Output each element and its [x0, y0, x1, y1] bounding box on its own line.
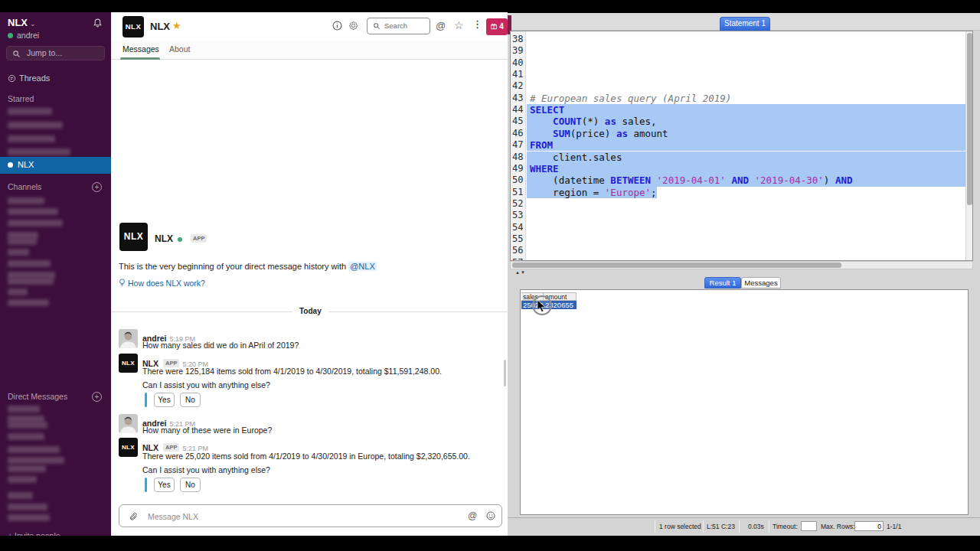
message-text: There were 25,020 items sold from 4/1/20…: [142, 452, 470, 461]
no-button[interactable]: No: [180, 478, 201, 492]
line-number: 51: [511, 187, 524, 197]
jump-to-input[interactable]: Jump to...: [6, 46, 105, 60]
how-does-nlx-work-link[interactable]: How does NLX work?: [119, 279, 205, 288]
scrollbar-thumb[interactable]: [512, 262, 841, 268]
redacted-sidebar-item[interactable]: [8, 299, 49, 306]
code-line: [527, 69, 965, 80]
sql-code-editor[interactable]: 3839404142434445464748495051525354555657…: [510, 31, 973, 261]
user-avatar: [119, 414, 138, 433]
redacted-sidebar-item[interactable]: [8, 492, 33, 499]
history-intro-text: This is the very beginning of your direc…: [119, 262, 377, 271]
redacted-sidebar-item[interactable]: [8, 289, 28, 295]
status-bar: 1 row selected L:51 C:23 0.03s Timeout: …: [508, 517, 980, 534]
line-number: 54: [511, 222, 524, 233]
exec-time-status: 0.03s: [748, 523, 764, 530]
redacted-sidebar-item[interactable]: [8, 208, 58, 215]
threads-icon: [8, 74, 16, 83]
line-number: 45: [511, 116, 524, 126]
row-range-status: 1-1/1: [887, 523, 901, 530]
code-line: # European sales query (April 2019): [527, 93, 965, 104]
message-text: How many of these were in Europe?: [142, 425, 272, 435]
sidebar-item-nlx[interactable]: NLX: [0, 157, 111, 174]
redacted-sidebar-item[interactable]: [8, 220, 63, 227]
redacted-sidebar-item[interactable]: [8, 446, 60, 453]
redacted-sidebar-item[interactable]: [8, 504, 47, 510]
app-badge: APP: [191, 234, 207, 243]
line-number: 44: [511, 104, 524, 115]
nlx-mention[interactable]: @NLX: [348, 262, 377, 271]
sidebar-item-threads[interactable]: Threads: [0, 73, 111, 84]
tab-result-1[interactable]: Result 1: [704, 277, 741, 289]
scrollbar-thumb[interactable]: [967, 33, 972, 205]
redacted-sidebar-item[interactable]: [8, 260, 51, 267]
emoji-icon[interactable]: [486, 511, 495, 520]
user-presence[interactable]: andrei: [8, 31, 39, 40]
redacted-sidebar-item[interactable]: [8, 122, 63, 129]
mention-insert-icon[interactable]: @: [468, 510, 477, 521]
line-number: 53: [511, 210, 524, 220]
result-grid[interactable]: salesamount250202320655: [520, 289, 969, 515]
add-dm-button[interactable]: +: [92, 392, 102, 402]
code-line: FROM: [527, 139, 965, 151]
redacted-sidebar-item[interactable]: [8, 135, 55, 142]
redacted-sidebar-item[interactable]: [8, 433, 44, 440]
nlx-avatar-large: NLX: [119, 223, 148, 251]
add-channel-button[interactable]: +: [92, 182, 102, 192]
message-history: NLX NLXAPP This is the very beginning of…: [111, 12, 508, 536]
app-badge: APP: [163, 443, 179, 452]
redacted-sidebar-item[interactable]: [8, 514, 50, 521]
timeout-input[interactable]: [801, 521, 817, 531]
yes-button[interactable]: Yes: [154, 393, 175, 407]
redacted-sidebar-item[interactable]: [8, 238, 37, 245]
redacted-sidebar-item[interactable]: [8, 278, 54, 285]
redacted-sidebar-item[interactable]: [8, 108, 52, 115]
tab-messages[interactable]: Messages: [741, 277, 781, 289]
section-starred: Starred: [8, 94, 34, 103]
redacted-sidebar-item[interactable]: [8, 197, 44, 204]
message-text: How many sales did we do in APril of 201…: [142, 341, 299, 350]
line-number: 43: [511, 93, 524, 103]
code-line: COUNT(*) as sales,: [527, 116, 965, 127]
code-line: [527, 222, 965, 233]
code-line: client.sales: [527, 152, 965, 163]
intro-app-name: NLXAPP: [155, 233, 207, 244]
redacted-sidebar-item[interactable]: [8, 148, 70, 155]
redacted-sidebar-item[interactable]: [8, 249, 29, 256]
no-button[interactable]: No: [180, 393, 201, 407]
redacted-sidebar-item[interactable]: [8, 465, 46, 472]
code-line: [527, 57, 965, 69]
paperclip-icon[interactable]: [129, 511, 138, 521]
line-number: 49: [511, 163, 524, 174]
message-text: There were 125,184 items sold from 4/1/2…: [142, 367, 442, 376]
editor-hscrollbar[interactable]: [510, 261, 973, 269]
redacted-sidebar-item[interactable]: [8, 476, 37, 483]
workspace-menu[interactable]: NLX⌄: [8, 17, 36, 28]
nlx-avatar: NLX: [119, 438, 138, 457]
editor-vscrollbar[interactable]: [965, 31, 972, 260]
jump-search-icon: [12, 50, 21, 58]
timeout-label: Timeout:: [773, 523, 798, 530]
message-composer[interactable]: Message NLX @: [119, 504, 502, 527]
panel-sash[interactable]: ▲▼: [515, 270, 526, 275]
notifications-bell-icon[interactable]: [93, 18, 103, 28]
redacted-sidebar-item[interactable]: [8, 457, 64, 464]
redacted-sidebar-item[interactable]: [8, 422, 47, 429]
presence-dot: [178, 237, 182, 242]
code-line: [527, 245, 965, 256]
tab-statement-1[interactable]: Statement 1: [720, 17, 770, 31]
chat-scrollbar[interactable]: [504, 360, 506, 386]
composer-placeholder: Message NLX: [148, 512, 198, 521]
line-number: 52: [511, 198, 524, 209]
line-number: 46: [511, 128, 524, 139]
redacted-sidebar-item[interactable]: [8, 406, 40, 412]
line-number: 48: [511, 152, 524, 162]
editor-tabstrip: Statement 1: [508, 13, 980, 31]
code-line: [527, 45, 965, 57]
code-line: SUM(price) as amount: [527, 128, 965, 139]
yes-button[interactable]: Yes: [154, 478, 175, 492]
line-number: 39: [511, 45, 524, 56]
maxrows-input[interactable]: 0: [854, 521, 884, 531]
invite-people-link[interactable]: + Invite people: [8, 531, 60, 536]
line-number: 55: [511, 233, 524, 244]
presence-dot: [8, 33, 13, 38]
